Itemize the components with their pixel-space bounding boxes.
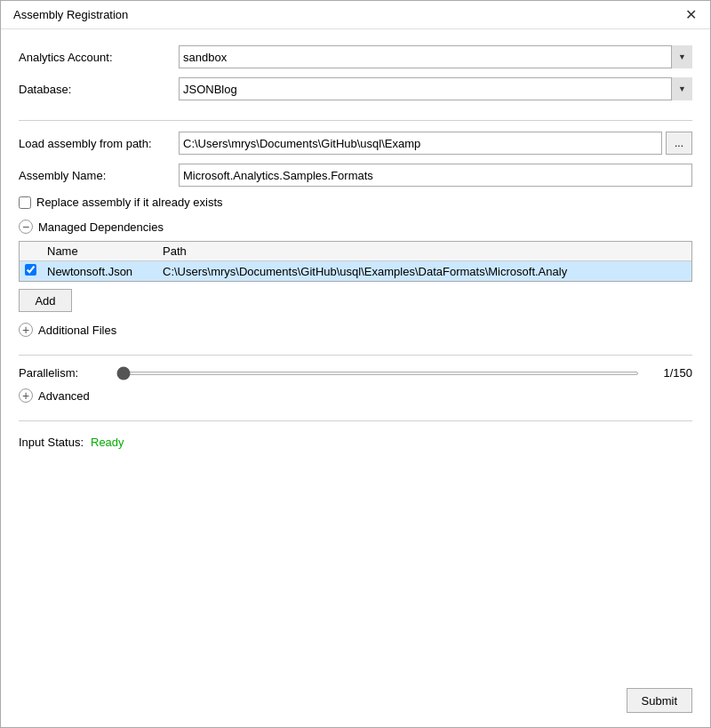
path-input-row: ... <box>179 132 692 155</box>
title-bar: Assembly Registration ✕ <box>1 1 710 29</box>
analytics-account-dropdown-wrapper: sandbox production <box>179 45 692 68</box>
parallelism-value: 1/150 <box>648 366 692 380</box>
load-path-wrapper: ... <box>179 132 692 155</box>
analytics-account-select[interactable]: sandbox production <box>179 45 692 68</box>
deps-col-path: Path <box>157 242 691 261</box>
analytics-account-row: Analytics Account: sandbox production <box>19 45 692 68</box>
additional-files-expand-icon[interactable]: + <box>19 323 33 337</box>
dialog-content: Analytics Account: sandbox production Da… <box>1 29 710 679</box>
input-status-value: Ready <box>91 436 124 449</box>
divider-3 <box>19 420 692 421</box>
row-name: Newtonsoft.Json <box>42 261 157 282</box>
parallelism-label: Parallelism: <box>19 366 108 380</box>
assembly-name-input[interactable] <box>179 164 692 187</box>
load-path-input[interactable] <box>179 132 662 155</box>
advanced-expand-icon[interactable]: + <box>19 388 33 403</box>
row-path: C:\Users\mrys\Documents\GitHub\usql\Exam… <box>157 261 691 282</box>
dialog-footer: Submit <box>1 679 710 727</box>
assembly-name-label: Assembly Name: <box>19 169 179 182</box>
additional-files-label: Additional Files <box>38 324 116 337</box>
divider-2 <box>19 355 692 356</box>
managed-deps-label: Managed Dependencies <box>38 220 164 234</box>
submit-button[interactable]: Submit <box>627 688 692 713</box>
load-path-row: Load assembly from path: ... <box>19 132 692 155</box>
managed-deps-header: − Managed Dependencies <box>19 220 692 234</box>
assembly-registration-dialog: Assembly Registration ✕ Analytics Accoun… <box>0 0 711 728</box>
deps-col-check <box>20 242 42 261</box>
database-label: Database: <box>19 83 179 96</box>
database-select[interactable]: JSONBlog other <box>179 77 692 100</box>
assembly-name-wrapper <box>179 164 692 187</box>
assembly-name-row: Assembly Name: <box>19 164 692 187</box>
close-button[interactable]: ✕ <box>680 4 701 26</box>
row-checkbox[interactable] <box>25 264 36 276</box>
replace-assembly-label: Replace assembly if it already exists <box>36 196 223 209</box>
managed-deps-collapse-icon[interactable]: − <box>19 220 33 234</box>
input-status-row: Input Status: Ready <box>19 436 692 449</box>
table-row[interactable]: Newtonsoft.Json C:\Users\mrys\Documents\… <box>20 261 691 282</box>
analytics-account-wrapper: sandbox production <box>179 45 692 68</box>
divider-1 <box>19 120 692 121</box>
row-checkbox-cell <box>20 261 42 282</box>
deps-col-name: Name <box>42 242 157 261</box>
analytics-account-label: Analytics Account: <box>19 51 179 64</box>
load-path-label: Load assembly from path: <box>19 137 179 150</box>
managed-deps-table: Name Path Newtonsoft.Json C:\Users\mrys\… <box>20 242 691 281</box>
replace-assembly-row: Replace assembly if it already exists <box>19 196 692 209</box>
advanced-header: + Advanced <box>19 388 692 403</box>
parallelism-slider-wrapper <box>116 372 639 375</box>
add-dependency-button[interactable]: Add <box>19 289 72 312</box>
database-dropdown-wrapper: JSONBlog other <box>179 77 692 100</box>
browse-button[interactable]: ... <box>666 132 692 155</box>
dialog-title: Assembly Registration <box>13 8 128 21</box>
database-wrapper: JSONBlog other <box>179 77 692 100</box>
database-row: Database: JSONBlog other <box>19 77 692 100</box>
advanced-label: Advanced <box>38 389 90 403</box>
parallelism-slider[interactable] <box>116 372 639 375</box>
additional-files-header: + Additional Files <box>19 323 692 337</box>
managed-deps-table-wrapper: Name Path Newtonsoft.Json C:\Users\mrys\… <box>19 241 692 282</box>
parallelism-row: Parallelism: 1/150 <box>19 366 692 380</box>
replace-assembly-checkbox[interactable] <box>19 196 31 209</box>
input-status-label: Input Status: <box>19 436 84 449</box>
